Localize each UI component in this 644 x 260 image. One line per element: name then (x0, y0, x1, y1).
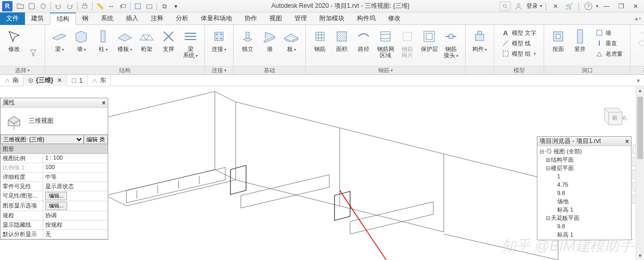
beam-system-button[interactable]: 梁 系统 (179, 27, 201, 60)
view-tabs-overflow[interactable]: ▾ (633, 77, 644, 84)
close-icon[interactable]: × (102, 99, 106, 107)
truss-button[interactable]: 桁架 (136, 27, 158, 53)
qat-align-icon[interactable]: ↔ (106, 1, 117, 11)
filter-icon[interactable] (27, 48, 40, 57)
path-button[interactable]: 路径 (353, 27, 375, 53)
tab-steel[interactable]: 钢 (76, 12, 95, 25)
search-box[interactable] (499, 2, 511, 11)
shaft-button[interactable]: 竖井 (569, 27, 591, 53)
cart-icon[interactable]: 🛒 (563, 1, 575, 11)
property-row[interactable]: 可见性/图形...编辑... (1, 191, 108, 201)
property-row[interactable]: 规程协调 (1, 211, 108, 220)
close-icon[interactable]: ✕ (57, 77, 62, 84)
type-selector[interactable]: 三维视图 (1, 108, 108, 135)
wall-foundation-button[interactable]: 墙 (259, 27, 280, 53)
tab-precast[interactable]: 构件坞 (351, 12, 382, 25)
cover-button[interactable]: 保护层 (418, 27, 440, 53)
qat-sync-icon[interactable] (37, 1, 49, 11)
view-tab-east[interactable]: 东 (87, 75, 111, 86)
tab-analyze[interactable]: 分析 (170, 12, 195, 25)
tab-view[interactable]: 视图 (263, 12, 288, 25)
restore-button[interactable]: ❐ (615, 1, 627, 11)
tree-node[interactable]: ⊞结构平面 (538, 155, 630, 164)
grid-button[interactable]: 轴网 (636, 38, 644, 48)
qat-thin-lines-icon[interactable] (132, 1, 144, 11)
project-browser-header[interactable]: 项目浏览器 - 项目1.rvt× (537, 137, 631, 146)
view-tab-south[interactable]: 南 (0, 75, 23, 86)
floor-button[interactable]: 楼板 (114, 27, 136, 54)
tree-node[interactable]: 标高 1 (538, 205, 630, 214)
rebar-button[interactable]: 钢筋 (309, 27, 331, 53)
tab-modify[interactable]: 修改 (382, 12, 407, 25)
wall-button[interactable]: 墙 (70, 27, 92, 54)
properties-header[interactable]: 属性× (1, 98, 108, 108)
app-logo[interactable]: R (2, 1, 12, 11)
tab-architecture[interactable]: 建筑 (25, 12, 50, 25)
model-line-button[interactable]: 模型 线 (499, 38, 538, 48)
tab-systems[interactable]: 系统 (95, 12, 120, 25)
close-button[interactable]: ✕ (629, 1, 642, 11)
property-row[interactable]: 显示隐藏线按规程 (1, 220, 108, 230)
minimize-button[interactable]: — (600, 1, 613, 11)
vertical-opening-button[interactable]: 垂直 (593, 38, 625, 48)
tab-annotate[interactable]: 注释 (145, 12, 170, 25)
qat-save-icon[interactable] (26, 1, 37, 11)
drawing-canvas[interactable]: 前右 项目浏览器 - 项目1.rvt× ⊟·◎ 视图 (全部) ⊞结构平面 ⊟楼… (108, 86, 644, 260)
tree-node[interactable]: ⊟·◎ 视图 (全部) (538, 147, 630, 155)
rebar-region-button[interactable]: 钢筋网 区域 (375, 27, 396, 59)
close-icon[interactable]: × (625, 138, 629, 145)
model-group-button[interactable]: 模型 组 (499, 49, 538, 58)
level-button[interactable]: 标高 (636, 28, 644, 37)
tab-massing[interactable]: 体量和场地 (195, 12, 238, 25)
area-button[interactable]: 面积 (331, 27, 353, 53)
qat-measure-icon[interactable]: 📏 (94, 1, 106, 11)
modify-button[interactable]: 修改 (3, 27, 25, 53)
exchange-icon[interactable]: ✕ (550, 1, 561, 11)
column-button[interactable]: 柱 (92, 27, 114, 54)
view-tab-1[interactable]: 1 (67, 75, 87, 86)
view-cube[interactable]: 前右 (596, 101, 626, 131)
isolated-button[interactable]: 独立 (237, 27, 259, 53)
tree-node[interactable]: 1 (538, 172, 630, 180)
qat-undo-icon[interactable] (53, 1, 64, 11)
instance-selector[interactable]: 三维视图: {三维} (1, 135, 84, 144)
rebar-coupler-button[interactable]: 钢筋 接头 (440, 27, 462, 60)
property-category[interactable]: 图形 (1, 145, 108, 154)
tree-node[interactable]: 9.8 (538, 189, 630, 197)
tab-addins[interactable]: 附加模块 (313, 12, 351, 25)
tree-node[interactable]: 场地 (538, 197, 630, 205)
tab-manage[interactable]: 管理 (288, 12, 313, 25)
panel-title-select[interactable]: 选择 (0, 66, 45, 74)
qat-open-icon[interactable] (15, 1, 26, 11)
tab-insert[interactable]: 插入 (120, 12, 145, 25)
user-icon[interactable] (513, 1, 524, 11)
brace-button[interactable]: 支撑 (158, 27, 179, 53)
connection-button[interactable]: 连接 (208, 27, 230, 54)
dormer-button[interactable]: 老虎窗 (593, 49, 625, 58)
property-row[interactable]: 详细程度中等 (1, 173, 108, 182)
tree-node[interactable]: ⊟楼层平面 (538, 164, 630, 172)
tree-node[interactable]: 标高 1 (538, 230, 630, 239)
panel-title-rebar[interactable]: 钢筋 (306, 66, 465, 74)
property-row[interactable]: 零件可见性显示原状态 (1, 182, 108, 191)
qat-tag-icon[interactable]: 🏷 (117, 1, 128, 11)
tree-node[interactable]: 4.75 (538, 180, 630, 189)
tree-node[interactable]: 9.8 (538, 222, 630, 230)
model-text-button[interactable]: A模型 文字 (499, 28, 538, 37)
qat-close-hidden-icon[interactable] (144, 1, 155, 11)
qat-print-icon[interactable] (79, 1, 91, 11)
by-face-button[interactable]: 按面 (547, 27, 569, 53)
tab-structure[interactable]: 结构 (50, 12, 76, 25)
property-row[interactable]: 默认分析显示无 (1, 230, 108, 239)
tab-collaborate[interactable]: 协作 (238, 12, 263, 25)
tab-file[interactable]: 文件 (0, 12, 25, 25)
component-button[interactable]: 构件 (469, 27, 491, 54)
property-row[interactable]: 视图比例1 : 100 (1, 154, 108, 163)
tree-node[interactable]: ⊟天花板平面 (538, 214, 630, 222)
wall-opening-button[interactable]: 墙 (593, 28, 625, 37)
beam-button[interactable]: 梁 (48, 27, 70, 54)
qat-switch-win-icon[interactable]: ⧉ (159, 1, 170, 11)
help-icon[interactable]: ? (583, 1, 594, 11)
panel-title-connection[interactable]: 连接 (205, 66, 233, 74)
property-row[interactable]: 比例值 1:100 (1, 163, 108, 173)
